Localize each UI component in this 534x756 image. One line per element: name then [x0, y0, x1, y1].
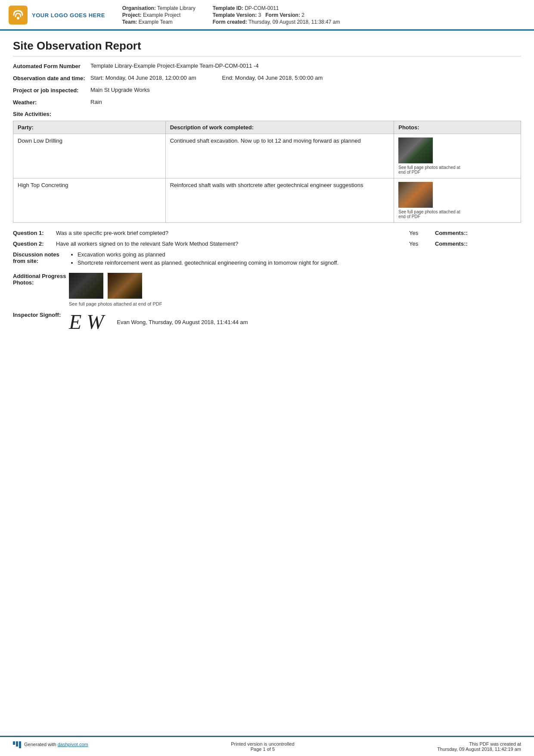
- team-item: Team: Example Team: [122, 19, 196, 25]
- question-1-comments: Comments::: [435, 230, 521, 236]
- automated-form-number-row: Automated Form Number Template Library-E…: [13, 62, 521, 69]
- signoff-label: Inspector Signoff:: [13, 312, 69, 318]
- form-created-value: Thursday, 09 August 2018, 11:38:47 am: [248, 19, 340, 25]
- progress-photo-2: [108, 273, 142, 299]
- pdf-created-date: Thursday, 09 August 2018, 11:42:19 am: [437, 747, 521, 752]
- photo-caption-1: See full page photos attached at end of …: [398, 165, 467, 175]
- version-item: Template Version: 3 Form Version: 2: [213, 12, 340, 18]
- form-version-value: 2: [301, 12, 304, 18]
- team-label: Team:: [122, 19, 137, 25]
- question-1-answer: Yes: [409, 230, 435, 236]
- activities-header-row: Party: Description of work completed: Ph…: [13, 121, 521, 134]
- project-item: Project: Example Project: [122, 12, 196, 18]
- discussion-label: Discussion notes from site:: [13, 251, 69, 264]
- signoff-content: E W Evan Wong, Thursday, 09 August 2018,…: [69, 312, 521, 332]
- list-item: Excavation works going as planned: [78, 251, 521, 258]
- header-meta-left: Organisation: Template Library Project: …: [122, 5, 196, 25]
- question-1-label: Question 1:: [13, 230, 56, 236]
- project-inspected-label: Project or job inspected:: [13, 87, 90, 94]
- logo-svg: [12, 9, 24, 21]
- dashpivot-link[interactable]: dashpivot.com: [58, 742, 88, 747]
- table-row: Down Low Drilling Continued shaft excava…: [13, 134, 521, 178]
- project-value: Example Project: [143, 12, 180, 18]
- signature: E W: [69, 312, 104, 332]
- form-created-item: Form created: Thursday, 09 August 2018, …: [213, 19, 340, 25]
- pdf-created-text: This PDF was created at: [437, 741, 521, 747]
- question-2-comments: Comments::: [435, 241, 521, 247]
- template-version-label: Template Version:: [213, 12, 257, 18]
- uncontrolled-text: Printed version is uncontrolled: [231, 741, 294, 747]
- template-version-value: 3: [258, 12, 261, 18]
- content: Site Observation Report Automated Form N…: [0, 31, 534, 541]
- photo-thumbnail-2: [398, 182, 433, 208]
- description-cell-2: Reinforced shaft walls with shortcrete a…: [165, 178, 394, 223]
- template-id-item: Template ID: DP-COM-0011: [213, 5, 340, 11]
- question-2-label: Question 2:: [13, 241, 56, 247]
- discussion-content: Excavation works going as planned Shortc…: [69, 251, 521, 268]
- form-created-label: Form created:: [213, 19, 247, 25]
- footer: Generated with dashpivot.com Printed ver…: [0, 736, 534, 756]
- template-id-label: Template ID:: [213, 5, 243, 11]
- weather-row: Weather: Rain: [13, 99, 521, 106]
- project-inspected-value: Main St Upgrade Works: [90, 87, 521, 93]
- progress-photos-row: Additional Progress Photos: See full pag…: [13, 273, 521, 306]
- progress-photo-1: [69, 273, 103, 299]
- logo-icon: [9, 6, 28, 25]
- photo-cell-content-2: See full page photos attached at end of …: [398, 182, 516, 219]
- template-id-value: DP-COM-0011: [245, 5, 279, 11]
- observation-end: End: Monday, 04 June 2018, 5:00:00 am: [222, 75, 323, 81]
- progress-photos-thumbs: [69, 273, 521, 299]
- weather-value: Rain: [90, 99, 521, 105]
- progress-photos-caption: See full page photos attached at end of …: [69, 301, 521, 306]
- form-version-label: Form Version:: [265, 12, 300, 18]
- observation-label: Observation date and time:: [13, 75, 90, 81]
- weather-label: Weather:: [13, 99, 90, 106]
- photo-caption-2: See full page photos attached at end of …: [398, 209, 467, 219]
- generated-text: Generated with: [24, 742, 56, 747]
- signoff-person: Evan Wong, Thursday, 09 August 2018, 11:…: [117, 319, 248, 325]
- signoff-row: Inspector Signoff: E W Evan Wong, Thursd…: [13, 312, 521, 332]
- question-1-row: Question 1: Was a site specific pre-work…: [13, 230, 521, 236]
- question-2-answer: Yes: [409, 241, 435, 247]
- header-meta-right: Template ID: DP-COM-0011 Template Versio…: [213, 5, 340, 25]
- org-label: Organisation:: [122, 5, 156, 11]
- question-2-row: Question 2: Have all workers signed on t…: [13, 241, 521, 247]
- svg-point-0: [17, 17, 19, 19]
- col-photos: Photos:: [394, 121, 521, 134]
- automated-form-number-label: Automated Form Number: [13, 62, 90, 69]
- team-value: Example Team: [139, 19, 173, 25]
- col-description: Description of work completed:: [165, 121, 394, 134]
- table-row: High Top Concreting Reinforced shaft wal…: [13, 178, 521, 223]
- party-cell-1: Down Low Drilling: [13, 134, 166, 178]
- photo-thumbnail-1: [398, 137, 433, 163]
- org-item: Organisation: Template Library: [122, 5, 196, 11]
- photo-cell-content-1: See full page photos attached at end of …: [398, 137, 516, 175]
- project-label: Project:: [122, 12, 142, 18]
- observation-start: Start: Monday, 04 June 2018, 12:00:00 am: [90, 75, 196, 81]
- page-spacer: [0, 541, 534, 736]
- party-cell-2: High Top Concreting: [13, 178, 166, 223]
- photo-cell-1: See full page photos attached at end of …: [394, 134, 521, 178]
- footer-right: This PDF was created at Thursday, 09 Aug…: [437, 741, 521, 752]
- progress-photos-content: See full page photos attached at end of …: [69, 273, 521, 306]
- header-meta: Organisation: Template Library Project: …: [114, 5, 525, 25]
- observation-row: Observation date and time: Start: Monday…: [13, 75, 521, 81]
- page-number: Page 1 of 5: [231, 747, 294, 752]
- discussion-row: Discussion notes from site: Excavation w…: [13, 251, 521, 268]
- activities-table: Party: Description of work completed: Ph…: [13, 121, 521, 223]
- dashpivot-icon: [13, 741, 21, 748]
- discussion-list: Excavation works going as planned Shortc…: [69, 251, 521, 266]
- photo-cell-2: See full page photos attached at end of …: [394, 178, 521, 223]
- logo-text: YOUR LOGO GOES HERE: [32, 12, 105, 19]
- progress-photos-label: Additional Progress Photos:: [13, 273, 69, 286]
- question-1-text: Was a site specific pre-work brief compl…: [56, 230, 409, 236]
- project-row: Project or job inspected: Main St Upgrad…: [13, 87, 521, 94]
- logo-section: YOUR LOGO GOES HERE: [9, 5, 105, 25]
- site-activities-title: Site Activities:: [13, 111, 521, 117]
- footer-left: Generated with dashpivot.com: [13, 741, 88, 748]
- footer-center: Printed version is uncontrolled Page 1 o…: [231, 741, 294, 752]
- header: YOUR LOGO GOES HERE Organisation: Templa…: [0, 0, 534, 31]
- report-title: Site Observation Report: [13, 39, 521, 56]
- org-value: Template Library: [157, 5, 196, 11]
- automated-form-number-value: Template Library-Example Project-Example…: [90, 62, 521, 69]
